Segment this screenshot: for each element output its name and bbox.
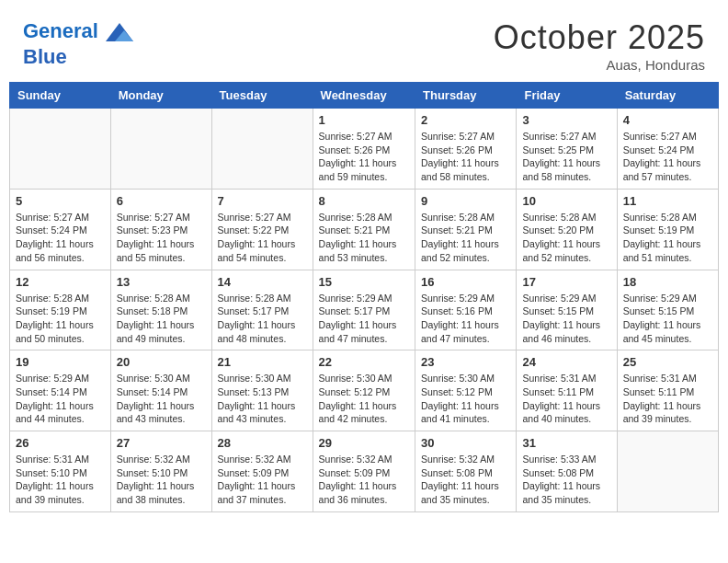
day-number: 7: [218, 194, 307, 208]
weekday-header: Tuesday: [211, 83, 313, 109]
day-info: Sunrise: 5:30 AM Sunset: 5:14 PM Dayligh…: [117, 372, 206, 426]
day-info: Sunrise: 5:32 AM Sunset: 5:10 PM Dayligh…: [117, 453, 206, 507]
day-info: Sunrise: 5:28 AM Sunset: 5:17 PM Dayligh…: [218, 292, 307, 346]
day-info: Sunrise: 5:27 AM Sunset: 5:24 PM Dayligh…: [623, 130, 712, 184]
calendar-week-row: 26Sunrise: 5:31 AM Sunset: 5:10 PM Dayli…: [10, 431, 719, 512]
calendar-cell: 3Sunrise: 5:27 AM Sunset: 5:25 PM Daylig…: [517, 109, 617, 190]
calendar-cell: 7Sunrise: 5:27 AM Sunset: 5:22 PM Daylig…: [211, 189, 313, 270]
day-info: Sunrise: 5:31 AM Sunset: 5:11 PM Dayligh…: [623, 372, 712, 426]
calendar-cell: 21Sunrise: 5:30 AM Sunset: 5:13 PM Dayli…: [211, 350, 313, 431]
day-info: Sunrise: 5:29 AM Sunset: 5:15 PM Dayligh…: [623, 292, 712, 346]
calendar-cell: 22Sunrise: 5:30 AM Sunset: 5:12 PM Dayli…: [313, 350, 415, 431]
calendar-cell: 30Sunrise: 5:32 AM Sunset: 5:08 PM Dayli…: [415, 431, 517, 512]
calendar-cell: [110, 109, 211, 190]
day-number: 31: [522, 436, 610, 450]
day-info: Sunrise: 5:27 AM Sunset: 5:23 PM Dayligh…: [117, 211, 206, 265]
calendar-cell: 2Sunrise: 5:27 AM Sunset: 5:26 PM Daylig…: [415, 109, 517, 190]
day-number: 16: [421, 275, 510, 289]
month-title: October 2025: [494, 18, 705, 57]
day-number: 3: [522, 113, 610, 127]
day-info: Sunrise: 5:27 AM Sunset: 5:25 PM Dayligh…: [522, 130, 610, 184]
day-number: 8: [319, 194, 409, 208]
day-info: Sunrise: 5:28 AM Sunset: 5:21 PM Dayligh…: [421, 211, 510, 265]
day-info: Sunrise: 5:28 AM Sunset: 5:20 PM Dayligh…: [522, 211, 610, 265]
weekday-header: Wednesday: [313, 83, 415, 109]
day-number: 30: [421, 436, 510, 450]
calendar-cell: 12Sunrise: 5:28 AM Sunset: 5:19 PM Dayli…: [10, 270, 111, 350]
calendar-cell: 4Sunrise: 5:27 AM Sunset: 5:24 PM Daylig…: [617, 109, 718, 190]
calendar-cell: 28Sunrise: 5:32 AM Sunset: 5:09 PM Dayli…: [211, 431, 313, 512]
calendar-week-row: 19Sunrise: 5:29 AM Sunset: 5:14 PM Dayli…: [10, 350, 719, 431]
calendar-cell: 20Sunrise: 5:30 AM Sunset: 5:14 PM Dayli…: [110, 350, 211, 431]
calendar-cell: 10Sunrise: 5:28 AM Sunset: 5:20 PM Dayli…: [517, 189, 617, 270]
calendar-cell: [617, 431, 718, 512]
day-number: 24: [522, 355, 610, 369]
day-info: Sunrise: 5:31 AM Sunset: 5:10 PM Dayligh…: [16, 453, 105, 507]
logo-text: General: [23, 18, 133, 46]
day-number: 19: [16, 355, 105, 369]
day-info: Sunrise: 5:30 AM Sunset: 5:12 PM Dayligh…: [421, 372, 510, 426]
calendar-cell: [10, 109, 111, 190]
calendar-table: SundayMondayTuesdayWednesdayThursdayFrid…: [9, 82, 719, 512]
day-number: 26: [16, 436, 105, 450]
calendar-cell: 9Sunrise: 5:28 AM Sunset: 5:21 PM Daylig…: [415, 189, 517, 270]
day-number: 2: [421, 113, 510, 127]
day-info: Sunrise: 5:28 AM Sunset: 5:21 PM Dayligh…: [319, 211, 409, 265]
day-number: 28: [218, 436, 307, 450]
day-info: Sunrise: 5:29 AM Sunset: 5:15 PM Dayligh…: [522, 292, 610, 346]
day-info: Sunrise: 5:32 AM Sunset: 5:09 PM Dayligh…: [319, 453, 409, 507]
day-info: Sunrise: 5:28 AM Sunset: 5:19 PM Dayligh…: [16, 292, 105, 346]
calendar-week-row: 5Sunrise: 5:27 AM Sunset: 5:24 PM Daylig…: [10, 189, 719, 270]
calendar-cell: 24Sunrise: 5:31 AM Sunset: 5:11 PM Dayli…: [517, 350, 617, 431]
day-number: 5: [16, 194, 105, 208]
weekday-header: Monday: [110, 83, 211, 109]
day-info: Sunrise: 5:29 AM Sunset: 5:16 PM Dayligh…: [421, 292, 510, 346]
calendar-cell: 6Sunrise: 5:27 AM Sunset: 5:23 PM Daylig…: [110, 189, 211, 270]
logo-blue: Blue: [23, 46, 133, 68]
calendar-cell: 23Sunrise: 5:30 AM Sunset: 5:12 PM Dayli…: [415, 350, 517, 431]
day-number: 6: [117, 194, 206, 208]
day-info: Sunrise: 5:29 AM Sunset: 5:14 PM Dayligh…: [16, 372, 105, 426]
day-info: Sunrise: 5:33 AM Sunset: 5:08 PM Dayligh…: [522, 453, 610, 507]
calendar-header-row: SundayMondayTuesdayWednesdayThursdayFrid…: [10, 83, 719, 109]
page-header: General Blue October 2025 Auas, Honduras: [9, 9, 719, 77]
day-number: 11: [623, 194, 712, 208]
day-number: 23: [421, 355, 510, 369]
calendar-week-row: 12Sunrise: 5:28 AM Sunset: 5:19 PM Dayli…: [10, 270, 719, 350]
calendar-cell: [211, 109, 313, 190]
day-info: Sunrise: 5:30 AM Sunset: 5:12 PM Dayligh…: [319, 372, 409, 426]
logo: General Blue: [23, 18, 133, 68]
day-number: 21: [218, 355, 307, 369]
calendar-cell: 15Sunrise: 5:29 AM Sunset: 5:17 PM Dayli…: [313, 270, 415, 350]
day-number: 18: [623, 275, 712, 289]
weekday-header: Thursday: [415, 83, 517, 109]
day-number: 13: [117, 275, 206, 289]
day-info: Sunrise: 5:27 AM Sunset: 5:26 PM Dayligh…: [319, 130, 409, 184]
day-number: 12: [16, 275, 105, 289]
day-number: 15: [319, 275, 409, 289]
day-info: Sunrise: 5:27 AM Sunset: 5:22 PM Dayligh…: [218, 211, 307, 265]
calendar-cell: 8Sunrise: 5:28 AM Sunset: 5:21 PM Daylig…: [313, 189, 415, 270]
day-number: 20: [117, 355, 206, 369]
day-number: 9: [421, 194, 510, 208]
calendar-cell: 29Sunrise: 5:32 AM Sunset: 5:09 PM Dayli…: [313, 431, 415, 512]
day-info: Sunrise: 5:27 AM Sunset: 5:26 PM Dayligh…: [421, 130, 510, 184]
location-subtitle: Auas, Honduras: [494, 57, 705, 73]
calendar-week-row: 1Sunrise: 5:27 AM Sunset: 5:26 PM Daylig…: [10, 109, 719, 190]
weekday-header: Sunday: [10, 83, 111, 109]
calendar-cell: 1Sunrise: 5:27 AM Sunset: 5:26 PM Daylig…: [313, 109, 415, 190]
calendar-cell: 25Sunrise: 5:31 AM Sunset: 5:11 PM Dayli…: [617, 350, 718, 431]
calendar-cell: 11Sunrise: 5:28 AM Sunset: 5:19 PM Dayli…: [617, 189, 718, 270]
day-info: Sunrise: 5:31 AM Sunset: 5:11 PM Dayligh…: [522, 372, 610, 426]
calendar-cell: 31Sunrise: 5:33 AM Sunset: 5:08 PM Dayli…: [517, 431, 617, 512]
day-number: 25: [623, 355, 712, 369]
calendar-cell: 26Sunrise: 5:31 AM Sunset: 5:10 PM Dayli…: [10, 431, 111, 512]
day-info: Sunrise: 5:32 AM Sunset: 5:08 PM Dayligh…: [421, 453, 510, 507]
day-info: Sunrise: 5:28 AM Sunset: 5:19 PM Dayligh…: [623, 211, 712, 265]
day-number: 27: [117, 436, 206, 450]
calendar-cell: 19Sunrise: 5:29 AM Sunset: 5:14 PM Dayli…: [10, 350, 111, 431]
day-info: Sunrise: 5:29 AM Sunset: 5:17 PM Dayligh…: [319, 292, 409, 346]
day-number: 1: [319, 113, 409, 127]
calendar-cell: 5Sunrise: 5:27 AM Sunset: 5:24 PM Daylig…: [10, 189, 111, 270]
day-number: 4: [623, 113, 712, 127]
